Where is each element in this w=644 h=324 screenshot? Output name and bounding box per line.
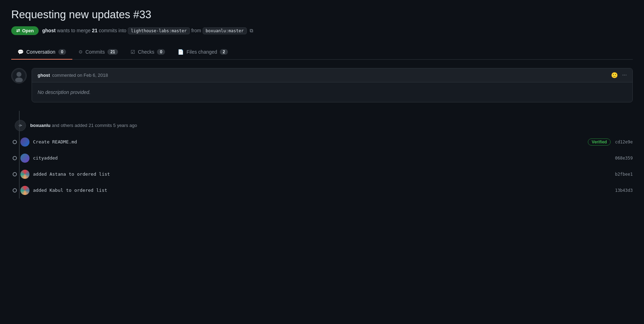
commits-count: 21	[92, 28, 98, 33]
author-avatar	[11, 68, 27, 83]
status-badge: ⇄ Open	[11, 26, 39, 35]
commits-added-icon	[15, 120, 26, 131]
tab-conversation-label: Conversation	[26, 49, 55, 55]
page-title: Requesting new updates #33	[11, 8, 633, 21]
commit-row: added Astana to ordered listb2fbee1	[27, 166, 633, 182]
emoji-reaction-icon[interactable]: 🙂	[611, 72, 618, 79]
commit-hash[interactable]: b2fbee1	[615, 172, 633, 177]
commits-added-desc: and others added 21 commits 5 years ago	[52, 123, 137, 128]
tab-commits-count: 21	[107, 49, 118, 55]
comment-action: commented on Feb 6, 2018	[52, 73, 108, 78]
conversation-icon: 💬	[18, 49, 24, 55]
comment-body: No description provided.	[32, 82, 632, 102]
svg-point-1	[17, 72, 21, 77]
timeline-event-commits-added: boxuanlu and others added 21 commits 5 y…	[27, 117, 633, 134]
tab-checks[interactable]: ☑ Checks 0	[124, 45, 171, 60]
commit-row: Create README.mdVerifiedcd12e9e	[27, 134, 633, 150]
commits-icon: ⊙	[79, 49, 83, 54]
conversation-area: ghost commented on Feb 6, 2018 🙂 ··· No …	[11, 68, 633, 102]
source-branch[interactable]: boxuanlu:master	[203, 27, 247, 34]
commits-added-author: boxuanlu	[30, 123, 51, 128]
commit-hash[interactable]: 068e359	[615, 156, 633, 161]
commit-right-side: 068e359	[615, 156, 633, 161]
commit-message[interactable]: added Astana to ordered list	[33, 171, 611, 177]
commit-hash[interactable]: 13b43d3	[615, 188, 633, 193]
commit-right-side: 13b43d3	[615, 188, 633, 193]
tab-files-changed[interactable]: 📄 Files changed 2	[171, 45, 234, 60]
commit-message[interactable]: cityadded	[33, 155, 611, 161]
tab-conversation-count: 0	[58, 49, 66, 55]
comment-author: ghost	[38, 73, 50, 78]
tab-checks-label: Checks	[138, 49, 155, 55]
checks-icon: ☑	[131, 49, 135, 55]
commit-dot	[13, 140, 17, 144]
tab-files-label: Files changed	[186, 49, 217, 55]
commit-hash[interactable]: cd12e9e	[615, 140, 633, 144]
comment-box: ghost commented on Feb 6, 2018 🙂 ··· No …	[32, 68, 633, 102]
copy-icon[interactable]: ⧉	[250, 28, 253, 33]
commit-message[interactable]: Create README.md	[33, 139, 584, 144]
commit-right-side: b2fbee1	[615, 172, 633, 177]
more-options-icon[interactable]: ···	[622, 72, 627, 78]
commit-right-side: Verifiedcd12e9e	[588, 139, 633, 146]
commit-row: cityadded068e359	[27, 150, 633, 166]
commit-avatar	[20, 154, 29, 163]
tab-conversation[interactable]: 💬 Conversation 0	[11, 45, 72, 60]
tab-commits[interactable]: ⊙ Commits 21	[72, 45, 124, 60]
pr-meta-text: ghost wants to merge 21 commits into lig…	[42, 28, 253, 34]
tab-checks-count: 0	[157, 49, 165, 55]
timeline-event-text: boxuanlu and others added 21 commits 5 y…	[30, 123, 137, 128]
comment-header-actions: 🙂 ···	[611, 72, 627, 79]
commit-dot	[13, 156, 17, 160]
verified-badge: Verified	[588, 139, 611, 146]
target-branch[interactable]: lighthouse-labs:master	[128, 27, 190, 34]
comment-header-left: ghost commented on Feb 6, 2018	[38, 73, 108, 78]
pr-open-icon: ⇄	[16, 28, 20, 33]
files-icon: 📄	[178, 49, 184, 55]
tab-commits-label: Commits	[85, 49, 105, 55]
tab-bar: 💬 Conversation 0 ⊙ Commits 21 ☑ Checks 0…	[11, 45, 633, 60]
commit-dot	[13, 172, 17, 176]
comment-text: No description provided.	[38, 89, 91, 95]
commit-dot	[13, 188, 17, 193]
comment-header: ghost commented on Feb 6, 2018 🙂 ···	[32, 68, 632, 82]
tab-files-count: 2	[220, 49, 228, 55]
commit-avatar	[20, 170, 29, 179]
commit-avatar	[20, 137, 29, 147]
pr-author: ghost	[42, 28, 55, 33]
commits-list: Create README.mdVerifiedcd12e9ecityadded…	[27, 134, 633, 198]
pr-meta-bar: ⇄ Open ghost wants to merge 21 commits i…	[11, 26, 633, 35]
commit-avatar	[20, 186, 29, 195]
commit-row: added Kabul to ordered list13b43d3	[27, 182, 633, 198]
commit-message[interactable]: added Kabul to ordered list	[33, 188, 611, 193]
